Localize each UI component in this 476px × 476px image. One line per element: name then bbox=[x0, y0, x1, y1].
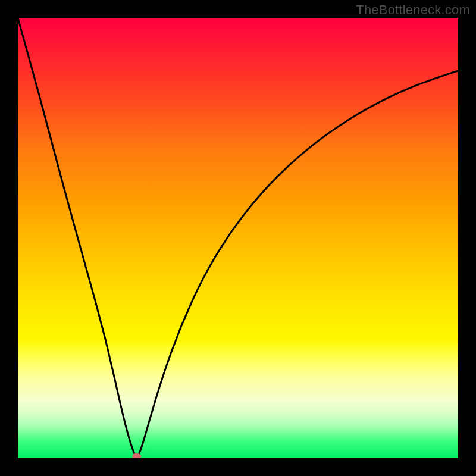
optimal-point-marker bbox=[133, 453, 141, 458]
attribution-text: TheBottleneck.com bbox=[356, 2, 470, 18]
chart-frame: TheBottleneck.com bbox=[0, 0, 476, 476]
plot-area bbox=[18, 18, 458, 458]
bottleneck-curve bbox=[18, 18, 458, 458]
